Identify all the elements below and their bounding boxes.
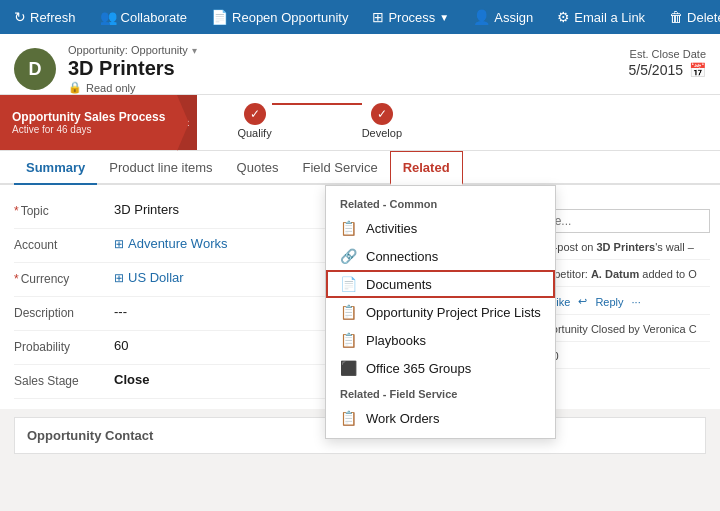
tab-product-line-items[interactable]: Product line items: [97, 152, 224, 185]
breadcrumb-chevron: ▾: [192, 45, 197, 56]
tab-quotes[interactable]: Quotes: [225, 152, 291, 185]
reply-icon: ↩: [578, 295, 587, 308]
calendar-icon[interactable]: 📅: [689, 62, 706, 78]
reply-button[interactable]: Reply: [595, 296, 623, 308]
process-icon: ⊞: [372, 9, 384, 25]
timeline-note-input[interactable]: [531, 209, 710, 233]
process-bar: Opportunity Sales Process Active for 46 …: [0, 95, 720, 151]
est-close-date: 5/5/2015 📅: [629, 62, 707, 78]
timeline-entry-1: Auto-post on 3D Printers's wall –: [531, 241, 710, 260]
email-link-button[interactable]: ⚙ Email a Link: [549, 5, 653, 29]
process-step-qualify: ✓ Qualify: [237, 103, 271, 139]
price-lists-icon: 📋: [340, 304, 356, 320]
field-currency-label: *Currency: [14, 270, 114, 286]
est-close-label: Est. Close Date: [629, 48, 707, 60]
qualify-dot: ✓: [244, 103, 266, 125]
record-header-right: Est. Close Date 5/5/2015 📅: [629, 44, 707, 78]
assign-button[interactable]: 👤 Assign: [465, 5, 541, 29]
breadcrumb: Opportunity: Opportunity ▾: [68, 44, 197, 56]
record-meta: Opportunity: Opportunity ▾ 3D Printers 🔒…: [68, 44, 197, 94]
collaborate-button[interactable]: 👥 Collaborate: [92, 5, 196, 29]
dropdown-item-playbooks[interactable]: 📋 Playbooks: [326, 326, 555, 354]
delete-icon: 🗑: [669, 9, 683, 25]
timeline-entry-4: Opportunity Closed by Veronica C: [531, 323, 710, 342]
toolbar: ↻ Refresh 👥 Collaborate 📄 Reopen Opportu…: [0, 0, 720, 34]
dropdown-section-common: Related - Common: [326, 192, 555, 214]
process-steps: ✓ Qualify ✓ Develop: [197, 95, 402, 150]
dropdown-menu: Related - Common 📋 Activities 🔗 Connecti…: [325, 185, 556, 439]
delete-button[interactable]: 🗑 Delete: [661, 5, 720, 29]
record-lock: 🔒 Read only: [68, 81, 197, 94]
documents-icon: 📄: [340, 276, 356, 292]
field-account-label: Account: [14, 236, 114, 252]
reopen-opportunity-button[interactable]: 📄 Reopen Opportunity: [203, 5, 356, 29]
assign-icon: 👤: [473, 9, 490, 25]
collaborate-icon: 👥: [100, 9, 117, 25]
record-header-left: D Opportunity: Opportunity ▾ 3D Printers…: [14, 44, 197, 94]
avatar: D: [14, 48, 56, 90]
timeline-section-label: ine: [531, 193, 710, 205]
tab-summary[interactable]: Summary: [14, 152, 97, 185]
dropdown-item-price-lists[interactable]: 📋 Opportunity Project Price Lists: [326, 298, 555, 326]
lock-icon: 🔒: [68, 81, 82, 94]
process-button[interactable]: ⊞ Process ▼: [364, 5, 457, 29]
record-header: D Opportunity: Opportunity ▾ 3D Printers…: [0, 34, 720, 95]
activities-icon: 📋: [340, 220, 356, 236]
timeline-entry-5: $0.00: [531, 350, 710, 369]
related-dropdown: Related - Common 📋 Activities 🔗 Connecti…: [325, 185, 556, 439]
dropdown-item-work-orders[interactable]: 📋 Work Orders: [326, 404, 555, 432]
timeline-entry-2: Competitor: A. Datum added to O: [531, 268, 710, 287]
currency-icon: ⊞: [114, 271, 124, 285]
refresh-button[interactable]: ↻ Refresh: [6, 5, 84, 29]
dropdown-item-documents[interactable]: 📄 Documents: [326, 270, 555, 298]
timeline-actions: ☺ Like ↩ Reply ···: [531, 295, 710, 308]
account-icon: ⊞: [114, 237, 124, 251]
field-topic-label: *Topic: [14, 202, 114, 218]
main-content: *Topic 3D Printers Account ⊞ Adventure W…: [0, 185, 720, 409]
dropdown-section-field-service: Related - Field Service: [326, 382, 555, 404]
dropdown-item-connections[interactable]: 🔗 Connections: [326, 242, 555, 270]
more-button[interactable]: ···: [632, 296, 641, 308]
process-dropdown-arrow: ▼: [439, 12, 449, 23]
tab-field-service[interactable]: Field Service: [291, 152, 390, 185]
connections-icon: 🔗: [340, 248, 356, 264]
step-connector-1: [272, 103, 362, 105]
field-sales-stage-label: Sales Stage: [14, 372, 114, 388]
process-step-develop: ✓ Develop: [362, 103, 402, 139]
work-orders-icon: 📋: [340, 410, 356, 426]
develop-dot: ✓: [371, 103, 393, 125]
email-icon: ⚙: [557, 9, 570, 25]
dropdown-item-activities[interactable]: 📋 Activities: [326, 214, 555, 242]
office365-icon: ⬛: [340, 360, 356, 376]
field-probability-label: Probability: [14, 338, 114, 354]
tab-related[interactable]: Related: [390, 151, 463, 185]
process-stage: Opportunity Sales Process Active for 46 …: [0, 95, 177, 150]
dropdown-item-office365[interactable]: ⬛ Office 365 Groups: [326, 354, 555, 382]
tabs-bar: Summary Product line items Quotes Field …: [0, 151, 720, 185]
refresh-icon: ↻: [14, 9, 26, 25]
playbooks-icon: 📋: [340, 332, 356, 348]
timeline-entry-3: ☺ Like ↩ Reply ···: [531, 295, 710, 315]
record-title: 3D Printers: [68, 57, 197, 80]
field-description-label: Description: [14, 304, 114, 320]
reopen-icon: 📄: [211, 9, 228, 25]
